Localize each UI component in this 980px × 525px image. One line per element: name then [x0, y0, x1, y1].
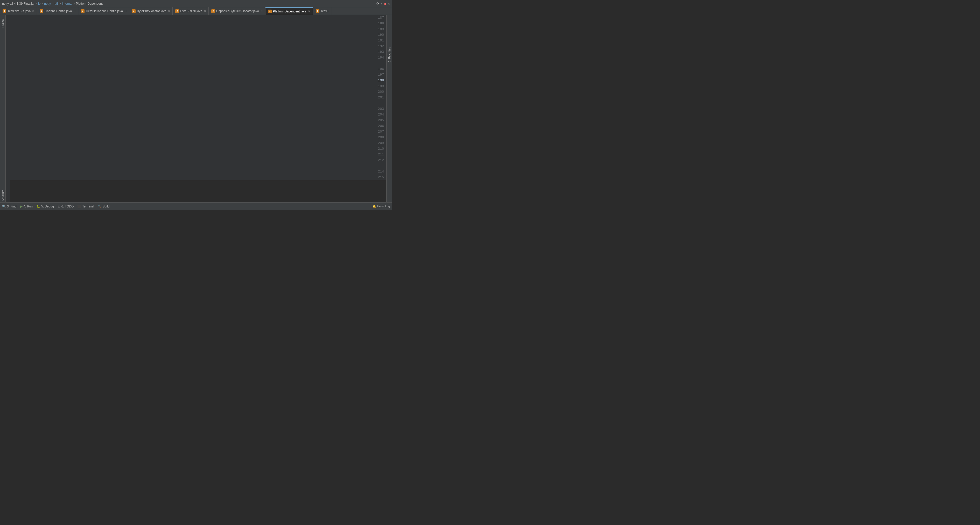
tab-close[interactable]: ✕: [168, 10, 170, 13]
update-icon[interactable]: ⬆: [381, 2, 383, 6]
run-label: 4: Run: [24, 205, 33, 208]
path-netty[interactable]: netty: [44, 2, 51, 5]
ln-214: 214: [8, 169, 384, 174]
java-icon: J: [175, 10, 179, 13]
tab-close[interactable]: ✕: [204, 10, 206, 13]
ln-196: 196: [8, 66, 384, 72]
ln-189: 189: [8, 26, 384, 32]
sep5: ›: [73, 2, 75, 5]
path-util[interactable]: util: [54, 2, 58, 5]
tab-close[interactable]: ✕: [73, 10, 75, 13]
java-icon: J: [3, 10, 6, 13]
favorites-label[interactable]: 2: Favorites: [388, 46, 391, 63]
status-find[interactable]: 🔍 3: Find: [2, 205, 17, 208]
ln-201: 201: [8, 95, 384, 100]
todo-label: 6: TODO: [62, 205, 74, 208]
tab-platformdependent[interactable]: J PlatformDependent.java ✕: [266, 7, 313, 15]
tab-bytebufallocator[interactable]: J ByteBufAllocator.java ✕: [129, 7, 173, 15]
ln-198: 198: [8, 78, 384, 83]
java-icon: J: [211, 10, 215, 13]
status-terminal[interactable]: ⬛ Terminal: [77, 205, 94, 208]
java-icon: J: [268, 10, 272, 13]
tab-channelconfig[interactable]: J ChannelConfig.java ✕: [37, 7, 78, 15]
status-bar: 🔍 3: Find ▶ 4: Run 🐛 5: Debug ☑ 6: TODO …: [0, 202, 392, 210]
left-panel: Project Structure: [0, 15, 6, 202]
java-icon: J: [81, 10, 84, 13]
java-icon: J: [132, 10, 135, 13]
java-icon: J: [316, 10, 320, 13]
ln-208: 208: [8, 135, 384, 140]
ln-187: 187: [8, 15, 384, 21]
structure-label[interactable]: Structure: [1, 189, 5, 202]
tab-close[interactable]: ✕: [261, 10, 262, 13]
ln-204: 204: [8, 112, 384, 117]
tab-bar: J TestByteBuf.java ✕ J ChannelConfig.jav…: [0, 7, 392, 15]
ln-211: 211: [8, 152, 384, 157]
ln-207: 207: [8, 129, 384, 135]
tab-defaultchannelconfig[interactable]: J DefaultChannelConfig.java ✕: [78, 7, 129, 15]
title-bar: netty-all-4.1.39.Final.jar › io › netty …: [0, 0, 392, 7]
ln-192: 192: [8, 43, 384, 49]
ln-194: 194: [8, 55, 384, 60]
todo-icon: ☑: [57, 205, 60, 208]
tab-bytebufutil[interactable]: J ByteBufUtil.java ✕: [173, 7, 209, 15]
jar-name: netty-all-4.1.39.Final.jar: [2, 2, 35, 5]
path-internal[interactable]: internal: [62, 2, 72, 5]
stop-icon[interactable]: ◼: [384, 2, 386, 6]
gutter: ▼ ▼ ▼ ▼: [6, 180, 10, 202]
debug-label: 5: Debug: [41, 205, 54, 208]
ln-205: 205: [8, 117, 384, 123]
search-icon: 🔍: [2, 205, 6, 208]
tab-label: TestB: [321, 10, 328, 13]
event-log[interactable]: 🔔 Event Log: [372, 205, 390, 208]
tab-close[interactable]: ✕: [32, 10, 34, 13]
sep2: ›: [41, 2, 43, 5]
tab-close[interactable]: ✕: [308, 10, 310, 13]
build-icon: 🔨: [98, 205, 102, 208]
tab-label: ChannelConfig.java: [45, 10, 72, 13]
close-icon[interactable]: ✕: [388, 2, 390, 6]
tab-label: DefaultChannelConfig.java: [86, 10, 123, 13]
ln-206: 206: [8, 123, 384, 129]
tab-label: ByteBufUtil.java: [180, 10, 202, 13]
ln-190: 190: [8, 32, 384, 38]
main-layout: Project Structure 187 188 189 190 191 19…: [0, 15, 392, 202]
status-debug[interactable]: 🐛 5: Debug: [36, 205, 54, 208]
build-label: Build: [103, 205, 110, 208]
ln-202: [8, 100, 384, 106]
status-todo[interactable]: ☑ 6: TODO: [57, 205, 74, 208]
path-file[interactable]: PlatformDependent: [76, 2, 103, 5]
rerun-icon[interactable]: ⟳: [377, 2, 379, 6]
tab-label: PlatformDependent.java: [273, 10, 307, 13]
ln-191: 191: [8, 38, 384, 43]
right-panel: 2: Favorites: [386, 15, 392, 202]
status-build[interactable]: 🔨 Build: [98, 205, 110, 208]
sep4: ›: [59, 2, 62, 5]
event-log-label: 🔔 Event Log: [372, 205, 390, 208]
debug-icon: 🐛: [36, 205, 40, 208]
find-label: 3: Find: [7, 205, 17, 208]
terminal-label: Terminal: [82, 205, 94, 208]
tab-testbytebuf[interactable]: J TestByteBuf.java ✕: [0, 7, 37, 15]
run-icon: ▶: [20, 205, 22, 208]
ln-215: 215: [8, 174, 384, 180]
project-label[interactable]: Project: [1, 17, 5, 29]
tab-testb[interactable]: J TestB: [313, 7, 331, 15]
ln-210: 210: [8, 146, 384, 152]
java-icon: J: [40, 10, 43, 13]
terminal-icon: ⬛: [77, 205, 81, 208]
toolbar-icons: ⟳ ⬆ ◼ ✕: [377, 2, 390, 6]
ln-213: [8, 163, 384, 169]
code-container: 187 188 189 190 191 192 193 194 196 197 …: [6, 15, 386, 202]
ln-195: [8, 60, 384, 66]
tab-unpooledbytebufallocator[interactable]: J UnpooledByteBufAllocator.java ✕: [209, 7, 266, 15]
sep1: ›: [35, 2, 37, 5]
sep3: ›: [52, 2, 54, 5]
tab-close[interactable]: ✕: [124, 10, 127, 13]
path-io[interactable]: io: [38, 2, 40, 5]
line-numbers: 187 188 189 190 191 192 193 194 196 197 …: [6, 15, 386, 180]
tab-label: ByteBufAllocator.java: [137, 10, 166, 13]
ln-203: 203: [8, 106, 384, 112]
ln-193: 193: [8, 49, 384, 55]
status-run[interactable]: ▶ 4: Run: [20, 205, 33, 208]
